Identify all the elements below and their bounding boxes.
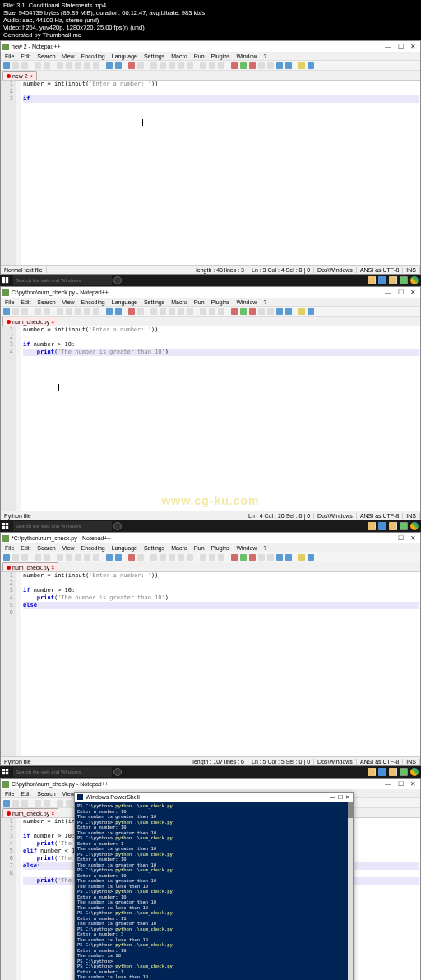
cortana-icon[interactable] xyxy=(113,768,122,776)
toolbar-button-17[interactable] xyxy=(137,308,144,315)
file-tab[interactable]: num_check.py × xyxy=(2,808,58,817)
toolbar-button-3[interactable] xyxy=(30,554,32,561)
menu-language[interactable]: Language xyxy=(110,299,139,305)
toolbar-button-5[interactable] xyxy=(44,554,50,561)
toolbar-button-22[interactable] xyxy=(178,554,184,561)
tab-close-icon[interactable]: × xyxy=(51,319,54,325)
edge-icon[interactable] xyxy=(378,276,386,284)
tab-close-icon[interactable]: × xyxy=(30,73,33,79)
toolbar-button-10[interactable] xyxy=(84,308,90,315)
toolbar-button-23[interactable] xyxy=(187,308,193,315)
toolbar-button-10[interactable] xyxy=(84,62,90,69)
menu-window[interactable]: Window xyxy=(235,545,259,551)
menu-run[interactable]: Run xyxy=(192,53,206,59)
toolbar-button-24[interactable] xyxy=(196,308,197,315)
toolbar-button-29[interactable] xyxy=(231,308,238,315)
menu-search[interactable]: Search xyxy=(35,53,57,59)
menu-plugins[interactable]: Plugins xyxy=(210,545,232,551)
toolbar-button-1[interactable] xyxy=(12,62,19,69)
toolbar-button-32[interactable] xyxy=(258,62,265,69)
toolbar-button-11[interactable] xyxy=(93,62,99,69)
toolbar-button-8[interactable] xyxy=(66,62,72,69)
ps-minimize[interactable]: — xyxy=(330,794,335,800)
start-button[interactable] xyxy=(0,520,12,532)
toolbar-button-0[interactable] xyxy=(3,800,10,807)
toolbar-button-15[interactable] xyxy=(124,308,126,315)
cortana-icon[interactable] xyxy=(113,522,122,530)
toolbar-button-34[interactable] xyxy=(276,308,283,315)
code-area[interactable]: number = int(input('Enter a number: ')) … xyxy=(21,572,420,756)
toolbar-button-33[interactable] xyxy=(267,554,274,561)
maximize-button[interactable]: ☐ xyxy=(398,780,404,788)
toolbar-button-4[interactable] xyxy=(35,800,41,807)
cortana-icon[interactable] xyxy=(113,276,122,284)
toolbar-button-16[interactable] xyxy=(128,62,135,69)
toolbar-button-2[interactable] xyxy=(21,308,28,315)
menu-file[interactable]: File xyxy=(3,299,16,305)
maximize-button[interactable]: ☐ xyxy=(398,534,404,542)
toolbar-button-15[interactable] xyxy=(124,62,126,69)
toolbar-button-14[interactable] xyxy=(115,62,122,69)
tab-close-icon[interactable]: × xyxy=(51,811,54,816)
toolbar-button-27[interactable] xyxy=(218,62,224,69)
start-button[interactable] xyxy=(0,766,12,778)
menu-plugins[interactable]: Plugins xyxy=(210,299,232,305)
menu-edit[interactable]: Edit xyxy=(19,791,32,797)
toolbar-button-16[interactable] xyxy=(128,308,135,315)
toolbar-button-30[interactable] xyxy=(240,308,247,315)
close-button[interactable]: ✕ xyxy=(410,43,416,50)
titlebar[interactable]: new 2 - Notepad++ — ☐ ✕ xyxy=(1,41,420,52)
toolbar-button-19[interactable] xyxy=(150,554,157,561)
toolbar-button-9[interactable] xyxy=(75,554,81,561)
search-input[interactable] xyxy=(16,770,109,774)
menu-file[interactable]: File xyxy=(3,791,16,797)
close-button[interactable]: ✕ xyxy=(410,289,416,296)
chrome-icon[interactable] xyxy=(410,276,419,284)
toolbar-button-4[interactable] xyxy=(35,308,41,315)
toolbar-button-3[interactable] xyxy=(30,308,32,315)
toolbar-button-17[interactable] xyxy=(137,554,144,561)
menu-language[interactable]: Language xyxy=(110,545,139,551)
toolbar-button-8[interactable] xyxy=(66,554,72,561)
toolbar-button-6[interactable] xyxy=(53,62,54,69)
minimize-button[interactable]: — xyxy=(385,534,391,542)
titlebar[interactable]: *C:\python\num_check.py - Notepad++ — ☐ … xyxy=(1,533,420,543)
folder-icon[interactable] xyxy=(389,768,397,776)
toolbar-button-23[interactable] xyxy=(187,554,193,561)
toolbar-button-35[interactable] xyxy=(285,308,292,315)
toolbar-button-5[interactable] xyxy=(44,308,50,315)
menu-macro[interactable]: Macro xyxy=(169,299,188,305)
toolbar-button-7[interactable] xyxy=(57,554,63,561)
start-button[interactable] xyxy=(0,275,12,286)
toolbar-button-9[interactable] xyxy=(75,62,81,69)
menu-language[interactable]: Language xyxy=(110,53,139,59)
menubar[interactable]: FileEditSearchViewEncodingLanguageSettin… xyxy=(1,52,420,61)
toolbar-button-21[interactable] xyxy=(169,554,175,561)
toolbar-button-21[interactable] xyxy=(169,62,175,69)
toolbar-button-0[interactable] xyxy=(3,308,10,315)
toolbar-button-14[interactable] xyxy=(115,554,122,561)
explorer-icon[interactable] xyxy=(368,276,376,284)
toolbar-button-26[interactable] xyxy=(209,308,215,315)
toolbar-button-17[interactable] xyxy=(137,62,144,69)
toolbar-button-19[interactable] xyxy=(150,308,157,315)
toolbar-button-36[interactable] xyxy=(294,62,296,69)
menu-macro[interactable]: Macro xyxy=(169,53,188,59)
tabbar[interactable]: new 2 × xyxy=(1,71,420,81)
toolbar-button-19[interactable] xyxy=(150,62,157,69)
file-tab[interactable]: num_check.py × xyxy=(2,317,58,326)
ps-console[interactable]: PS C:\python> python .\num_check.py Ente… xyxy=(75,802,353,980)
toolbar-button-22[interactable] xyxy=(178,308,184,315)
toolbar-button-0[interactable] xyxy=(3,62,10,69)
toolbar-button-33[interactable] xyxy=(267,62,274,69)
maximize-button[interactable]: ☐ xyxy=(398,43,404,50)
menu-file[interactable]: File xyxy=(3,53,16,59)
toolbar-button-38[interactable] xyxy=(308,308,314,315)
toolbar-button-35[interactable] xyxy=(285,62,292,69)
toolbar-button-26[interactable] xyxy=(209,62,215,69)
toolbar-button-20[interactable] xyxy=(160,62,166,69)
toolbar-button-9[interactable] xyxy=(75,308,81,315)
toolbar-button-2[interactable] xyxy=(21,62,28,69)
chrome-icon[interactable] xyxy=(410,768,419,776)
toolbar-button-3[interactable] xyxy=(30,62,32,69)
